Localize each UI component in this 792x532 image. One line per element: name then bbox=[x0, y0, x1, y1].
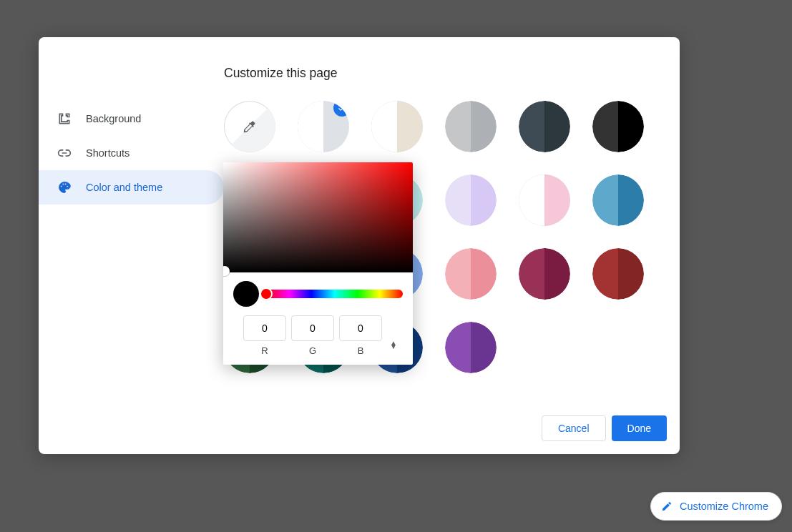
red-input[interactable] bbox=[243, 315, 286, 341]
color-swatch[interactable] bbox=[519, 101, 570, 152]
background-icon bbox=[57, 112, 72, 126]
custom-color-swatch[interactable] bbox=[224, 101, 275, 152]
color-swatch[interactable] bbox=[519, 248, 570, 300]
sidebar-label-shortcuts: Shortcuts bbox=[86, 147, 129, 159]
color-swatch[interactable] bbox=[371, 101, 423, 152]
hue-slider[interactable] bbox=[266, 290, 403, 298]
color-swatch[interactable] bbox=[445, 101, 497, 152]
selected-check-icon bbox=[333, 101, 349, 117]
green-input[interactable] bbox=[291, 315, 334, 341]
eyedropper-icon bbox=[242, 119, 258, 134]
palette-icon bbox=[57, 180, 72, 194]
sidebar-label-background: Background bbox=[86, 113, 141, 124]
dialog-button-row: Cancel Done bbox=[542, 415, 667, 441]
color-swatch[interactable] bbox=[592, 101, 644, 152]
color-swatch[interactable] bbox=[445, 174, 497, 226]
chevron-down-icon: ▼ bbox=[390, 345, 397, 348]
color-swatch[interactable] bbox=[298, 101, 349, 152]
color-swatch[interactable] bbox=[592, 248, 644, 300]
customize-chrome-label: Customize Chrome bbox=[680, 501, 768, 512]
red-label: R bbox=[261, 345, 268, 356]
sidebar-item-shortcuts[interactable]: Shortcuts bbox=[39, 136, 224, 170]
blue-label: B bbox=[358, 345, 364, 356]
color-swatch[interactable] bbox=[445, 322, 497, 373]
sidebar-item-color-theme[interactable]: Color and theme bbox=[39, 170, 224, 205]
current-color-preview bbox=[233, 281, 259, 307]
hue-thumb[interactable] bbox=[261, 289, 271, 299]
blue-input[interactable] bbox=[339, 315, 382, 341]
color-swatch[interactable] bbox=[519, 174, 570, 226]
link-icon bbox=[57, 146, 72, 160]
color-format-switch[interactable]: ▲ ▼ bbox=[387, 315, 400, 348]
page-title: Customize this page bbox=[224, 66, 680, 81]
green-label: G bbox=[309, 345, 316, 356]
color-picker-popover: R G B ▲ ▼ bbox=[223, 162, 413, 365]
done-button[interactable]: Done bbox=[612, 415, 667, 441]
color-swatch[interactable] bbox=[592, 174, 644, 226]
sidebar-label-color-theme: Color and theme bbox=[86, 182, 162, 193]
sidebar: Background Shortcuts Color and theme bbox=[39, 37, 224, 454]
saturation-brightness-box[interactable] bbox=[223, 162, 413, 272]
sidebar-item-background[interactable]: Background bbox=[39, 102, 224, 136]
customize-chrome-button[interactable]: Customize Chrome bbox=[650, 492, 782, 521]
cancel-button[interactable]: Cancel bbox=[542, 415, 606, 441]
color-swatch[interactable] bbox=[445, 248, 497, 300]
pencil-icon bbox=[661, 501, 673, 512]
